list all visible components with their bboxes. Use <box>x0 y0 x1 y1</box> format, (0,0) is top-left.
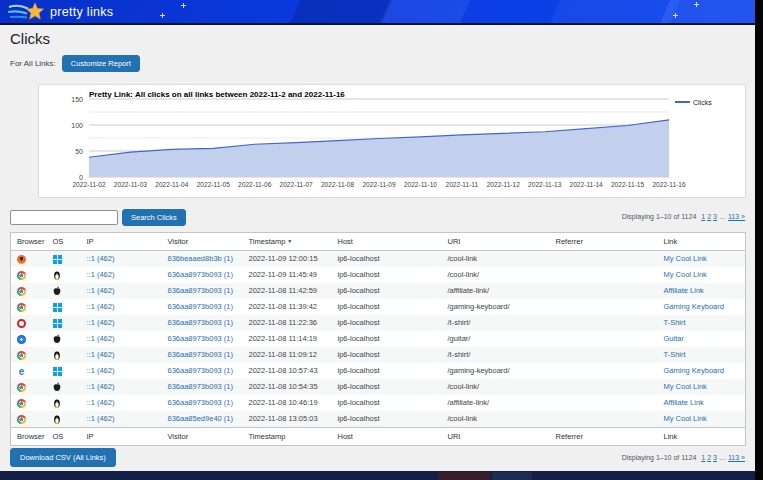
pretty-link[interactable]: Affiliate Link <box>664 398 704 407</box>
visitor-cell: 636aa8973b093 (1) <box>162 395 243 411</box>
visitor-link[interactable]: 636aa8973b093 (1) <box>168 318 233 327</box>
x-tick-label: 2022-11-15 <box>611 181 645 188</box>
page-link[interactable]: 2 <box>707 454 711 461</box>
visitor-cell: 636aa8973b093 (1) <box>162 347 243 363</box>
ip-cell: ::1 (462) <box>81 331 162 347</box>
x-tick-label: 2022-11-06 <box>238 181 272 188</box>
pretty-link[interactable]: My Cool Link <box>664 254 707 263</box>
table-row: ::1 (462)636aa85ed9e40 (1)2022-11-08 13:… <box>11 411 746 428</box>
page-link[interactable]: 1 <box>701 213 705 220</box>
ip-link[interactable]: ::1 (462) <box>87 366 115 375</box>
screen-edge <box>755 0 763 480</box>
os-cell <box>47 395 81 411</box>
ip-link[interactable]: ::1 (462) <box>87 382 115 391</box>
search-clicks-button[interactable]: Search Clicks <box>122 209 186 226</box>
visitor-link[interactable]: 636aa8973b093 (1) <box>168 302 233 311</box>
pagination-summary: Displaying 1–10 of 1124 <box>622 213 697 220</box>
link-cell: T-Shirt <box>658 315 746 331</box>
table-row: ::1 (462)636aa8973b093 (1)2022-11-08 10:… <box>11 379 746 395</box>
ip-cell: ::1 (462) <box>81 379 162 395</box>
link-cell: Affiliate Link <box>658 395 746 411</box>
ip-link[interactable]: ::1 (462) <box>87 398 115 407</box>
uri-cell: /gaming-keyboard/ <box>442 363 550 379</box>
ip-link[interactable]: ::1 (462) <box>87 350 115 359</box>
page-link[interactable]: 1 <box>701 454 705 461</box>
sparkle-icon <box>160 13 165 18</box>
ip-link[interactable]: ::1 (462) <box>87 318 115 327</box>
table-row: ::1 (462)636aa8973b093 (1)2022-11-08 10:… <box>11 395 746 411</box>
page-link[interactable]: 3 <box>713 454 717 461</box>
ip-link[interactable]: ::1 (462) <box>87 302 115 311</box>
pretty-link[interactable]: My Cool Link <box>664 270 707 279</box>
visitor-link[interactable]: 636aa8973b093 (1) <box>168 382 233 391</box>
ip-link[interactable]: ::1 (462) <box>87 334 115 343</box>
visitor-link[interactable]: 636aa8973b093 (1) <box>168 350 233 359</box>
apple-os-icon <box>53 334 61 344</box>
x-tick-label: 2022-11-11 <box>445 181 478 188</box>
uri-cell: /t-shirt/ <box>442 315 550 331</box>
pretty-link[interactable]: My Cool Link <box>664 414 707 423</box>
chrome-browser-icon <box>17 287 26 296</box>
table-row: ::1 (462)636aa8973b093 (1)2022-11-08 11:… <box>11 347 746 363</box>
link-cell: My Cool Link <box>658 267 746 283</box>
search-input[interactable] <box>10 210 118 225</box>
uri-cell: /cool-link/ <box>442 379 550 395</box>
ip-link[interactable]: ::1 (462) <box>87 254 115 263</box>
linux-os-icon <box>53 270 61 280</box>
pretty-link[interactable]: Gaming Keyboard <box>664 302 724 311</box>
page-ellipsis: … <box>719 213 726 220</box>
chrome-browser-icon <box>17 271 26 280</box>
pretty-link[interactable]: T-Shirt <box>664 318 686 327</box>
column-header-ip: IP <box>81 233 162 251</box>
clicks-table: BrowserOSIPVisitorTimestamp▼HostURIRefer… <box>10 232 746 446</box>
ip-link[interactable]: ::1 (462) <box>87 270 115 279</box>
pagination-top: Displaying 1–10 of 1124 123…113 » <box>622 213 745 220</box>
last-page-link[interactable]: 113 » <box>728 454 745 461</box>
host-cell: ip6-localhost <box>332 251 442 268</box>
x-tick-label: 2022-11-13 <box>528 181 562 188</box>
column-header-uri: URI <box>442 233 550 251</box>
referrer-cell <box>550 347 658 363</box>
safari-browser-icon <box>17 335 26 344</box>
browser-cell <box>11 283 47 299</box>
timestamp-cell: 2022-11-08 11:42:59 <box>243 283 332 299</box>
os-cell <box>47 251 81 268</box>
referrer-cell <box>550 299 658 315</box>
download-csv-button[interactable]: Download CSV (All Links) <box>10 448 116 467</box>
ip-link[interactable]: ::1 (462) <box>87 286 115 295</box>
pretty-link[interactable]: My Cool Link <box>664 382 707 391</box>
column-header-uri: URI <box>442 428 550 446</box>
browser-cell: e <box>11 363 47 379</box>
visitor-link[interactable]: 636aa85ed9e40 (1) <box>168 414 233 423</box>
visitor-link[interactable]: 636aa8973b093 (1) <box>168 286 233 295</box>
ip-link[interactable]: ::1 (462) <box>87 414 115 423</box>
uri-cell: /cool-link <box>442 251 550 268</box>
pretty-link[interactable]: Gaming Keyboard <box>664 366 724 375</box>
stripe-decoration <box>287 0 395 23</box>
link-cell: Affiliate Link <box>658 283 746 299</box>
column-header-timestamp[interactable]: Timestamp▼ <box>243 233 332 251</box>
timestamp-cell: 2022-11-08 11:14:19 <box>243 331 332 347</box>
browser-cell <box>11 299 47 315</box>
visitor-link[interactable]: 636aa8973b093 (1) <box>168 366 233 375</box>
visitor-link[interactable]: 636aa8973b093 (1) <box>168 398 233 407</box>
last-page-link[interactable]: 113 » <box>728 213 745 220</box>
table-row: ::1 (462)636beaaed8b3b (1)2022-11-09 12:… <box>11 251 746 268</box>
pretty-link[interactable]: Affiliate Link <box>664 286 704 295</box>
visitor-cell: 636aa8973b093 (1) <box>162 331 243 347</box>
page-link[interactable]: 2 <box>707 213 711 220</box>
column-header-browser: Browser <box>11 233 47 251</box>
pretty-link[interactable]: Guitar <box>664 334 684 343</box>
page-title: Clicks <box>10 30 50 47</box>
uri-cell: /affiliate-link/ <box>442 283 550 299</box>
customize-report-button[interactable]: Customize Report <box>62 55 140 72</box>
pretty-link[interactable]: T-Shirt <box>664 350 686 359</box>
timestamp-cell: 2022-11-08 13:05:03 <box>243 411 332 428</box>
visitor-link[interactable]: 636beaaed8b3b (1) <box>168 254 233 263</box>
referrer-cell <box>550 267 658 283</box>
visitor-link[interactable]: 636aa8973b093 (1) <box>168 334 233 343</box>
visitor-link[interactable]: 636aa8973b093 (1) <box>168 270 233 279</box>
page-link[interactable]: 3 <box>713 213 717 220</box>
os-cell <box>47 411 81 428</box>
timestamp-cell: 2022-11-09 12:00:15 <box>243 251 332 268</box>
